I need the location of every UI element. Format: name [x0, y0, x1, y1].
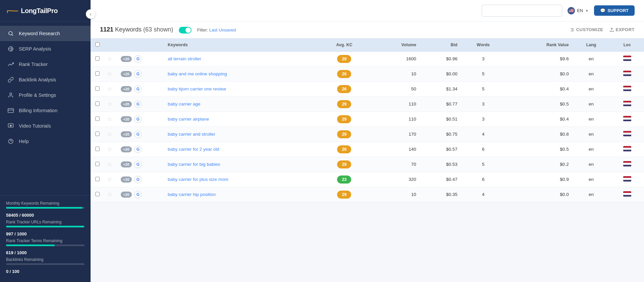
sidebar-item-serp-analysis[interactable]: SERP Analysis: [0, 41, 91, 57]
keywords-total: 1121: [100, 26, 113, 33]
google-icon-5[interactable]: G: [134, 131, 142, 138]
plus20-badge-3[interactable]: +20: [121, 101, 132, 107]
sidebar-toggle[interactable]: ‹: [86, 9, 95, 19]
row-checkbox-1[interactable]: [95, 71, 100, 76]
keyword-link-6[interactable]: baby carrier for 2 year old: [168, 147, 219, 152]
keyword-link-1[interactable]: baby and me online shopping: [168, 71, 227, 76]
star-icon-5[interactable]: ☆: [107, 131, 112, 137]
row-checkbox-4[interactable]: [95, 117, 100, 121]
keywords-toggle[interactable]: [179, 27, 192, 33]
star-icon-8[interactable]: ☆: [107, 177, 112, 182]
sidebar-item-billing[interactable]: Billing Information: [0, 103, 91, 118]
table-body: ☆ +20 G all terrain stroller 28 1600 $0.…: [91, 51, 644, 202]
google-icon-9[interactable]: G: [134, 191, 142, 198]
svg-rect-4: [8, 109, 14, 113]
row-words-cell: 5: [461, 157, 506, 172]
sidebar-item-backlink-analysis[interactable]: Backlink Analysis: [0, 72, 91, 87]
star-icon-4[interactable]: ☆: [107, 116, 112, 122]
google-icon-1[interactable]: G: [134, 70, 142, 78]
sidebar-item-billing-label: Billing Information: [19, 108, 57, 113]
plus20-badge-7[interactable]: +20: [121, 161, 132, 167]
plus20-badge-2[interactable]: +20: [121, 86, 132, 92]
star-icon-7[interactable]: ☆: [107, 161, 112, 167]
support-button[interactable]: 💬 SUPPORT: [594, 5, 635, 16]
sidebar-item-keyword-research[interactable]: Keyword Research: [0, 26, 91, 41]
google-icon-4[interactable]: G: [134, 116, 142, 123]
col-keywords[interactable]: Keywords: [164, 39, 318, 52]
star-icon-0[interactable]: ☆: [107, 56, 112, 62]
lang-selector[interactable]: 🇺🇸 EN ▼: [568, 7, 589, 14]
row-volume-cell: 110: [370, 112, 420, 127]
sidebar-item-rank-tracker[interactable]: Rank Tracker: [0, 57, 91, 72]
row-actions-cell: +20 G: [117, 66, 164, 81]
star-icon-2[interactable]: ☆: [107, 86, 112, 92]
sidebar-item-profile-settings[interactable]: Profile & Settings: [0, 87, 91, 103]
row-words-cell: 5: [461, 66, 506, 81]
star-icon-3[interactable]: ☆: [107, 101, 112, 107]
google-icon-0[interactable]: G: [134, 55, 142, 63]
row-checkbox-0[interactable]: [95, 56, 100, 61]
sidebar-item-keyword-research-label: Keyword Research: [19, 31, 60, 36]
row-star-cell: ☆: [104, 66, 117, 81]
plus20-badge-5[interactable]: +20: [121, 131, 132, 137]
row-checkbox-3[interactable]: [95, 101, 100, 106]
col-lang[interactable]: Lang: [572, 39, 610, 52]
google-icon-3[interactable]: G: [134, 100, 142, 108]
row-volume-cell: 1600: [370, 51, 420, 66]
plus20-badge-6[interactable]: +20: [121, 146, 132, 152]
google-icon-6[interactable]: G: [134, 146, 142, 153]
row-checkbox-2[interactable]: [95, 86, 100, 91]
plus20-badge-1[interactable]: +20: [121, 71, 132, 77]
plus20-badge-8[interactable]: +20: [121, 177, 132, 183]
keyword-link-7[interactable]: baby carrier for big babies: [168, 162, 220, 167]
row-flag-cell: [610, 127, 644, 142]
star-icon-1[interactable]: ☆: [107, 71, 112, 77]
row-checkbox-8[interactable]: [95, 177, 100, 181]
us-flag-3: [623, 101, 631, 106]
plus20-badge-4[interactable]: +20: [121, 116, 132, 122]
top-header: 🇺🇸 EN ▼ 💬 SUPPORT: [91, 0, 644, 21]
export-button[interactable]: EXPORT: [609, 27, 635, 32]
plus20-badge-9[interactable]: +20: [121, 192, 132, 198]
row-actions-cell: +20 G: [117, 127, 164, 142]
row-checkbox-cell: [91, 51, 104, 66]
sidebar-item-help[interactable]: Help: [0, 134, 91, 149]
search-input[interactable]: [482, 5, 562, 17]
customize-button[interactable]: CUSTOMIZE: [570, 27, 603, 32]
plus20-badge-0[interactable]: +20: [121, 56, 132, 62]
svg-line-1: [12, 34, 13, 36]
row-checkbox-6[interactable]: [95, 147, 100, 151]
keyword-link-4[interactable]: baby carrier airplane: [168, 117, 209, 122]
row-checkbox-cell: [91, 66, 104, 81]
col-bid[interactable]: Bid: [420, 39, 461, 52]
keyword-link-3[interactable]: baby carrier age: [168, 101, 201, 107]
keyword-link-5[interactable]: baby carrier and stroller: [168, 132, 215, 137]
row-kc-cell: 28: [318, 51, 371, 66]
globe-icon: [7, 46, 14, 52]
sidebar-item-video-tutorials[interactable]: Video Tutorials: [0, 118, 91, 134]
google-icon-7[interactable]: G: [134, 161, 142, 168]
select-all-checkbox[interactable]: [95, 42, 100, 47]
keyword-link-0[interactable]: all terrain stroller: [168, 56, 201, 61]
star-icon-6[interactable]: ☆: [107, 146, 112, 152]
col-rank-value[interactable]: Rank Value: [506, 39, 572, 52]
google-icon-2[interactable]: G: [134, 85, 142, 93]
row-checkbox-5[interactable]: [95, 132, 100, 136]
col-volume[interactable]: Volume: [370, 39, 420, 52]
col-words[interactable]: Words: [461, 39, 506, 52]
keyword-link-8[interactable]: baby carrier for plus size mom: [168, 177, 228, 182]
col-avg-kc[interactable]: Avg. KC: [318, 39, 371, 52]
col-loc[interactable]: Loc: [610, 39, 644, 52]
row-bid-cell: $0.75: [420, 127, 461, 142]
row-lang-cell: en: [572, 51, 610, 66]
keyword-link-2[interactable]: baby bjorn carrier one review: [168, 86, 226, 91]
keyword-link-9[interactable]: baby carrier hip position: [168, 192, 216, 197]
row-checkbox-7[interactable]: [95, 162, 100, 166]
google-icon-8[interactable]: G: [134, 176, 142, 183]
kc-badge-1: 26: [337, 70, 351, 78]
star-icon-9[interactable]: ☆: [107, 192, 112, 197]
row-checkbox-9[interactable]: [95, 192, 100, 196]
backlinks-label: Backlinks Remaining: [6, 257, 85, 262]
filter-value[interactable]: Last Unsaved: [209, 27, 236, 32]
monthly-keywords-progress-fill: [6, 207, 83, 209]
